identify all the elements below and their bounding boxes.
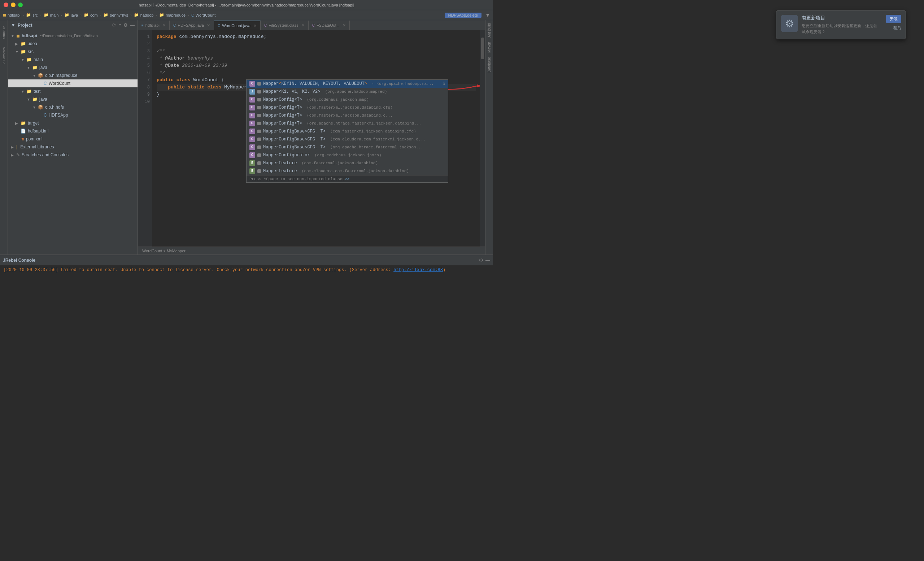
hdfsapp-delete-btn[interactable]: HDFSApp.delete: [445, 13, 482, 18]
nav-java[interactable]: java: [71, 13, 78, 17]
ac-badge-c-4: C: [249, 105, 255, 111]
tree-item-pom[interactable]: m pom.xml: [8, 135, 138, 143]
nav-mapreduce[interactable]: mapreduce: [166, 13, 186, 17]
editor-tabs: ≡ hdfs-api ✕ C HDFSApp.java ✕ C WordCoun…: [138, 20, 485, 30]
console-error-link[interactable]: http://ilxqx.com:88: [393, 267, 443, 273]
traffic-lights: [4, 3, 23, 7]
ac-item-mapperconfigbase-2[interactable]: C MapperConfigBase<CFG, T> (com.cloudera…: [246, 135, 448, 143]
console-header: JRebel Console ⚙ —: [0, 255, 493, 266]
ac-item-mapperconfig-1[interactable]: C MapperConfig<T> (org.codehaus.jackson.…: [246, 96, 448, 104]
tree-item-scratches[interactable]: ▶ ✎ Scratches and Consoles: [8, 151, 138, 159]
editor-area: ≡ hdfs-api ✕ C HDFSApp.java ✕ C WordCoun…: [138, 20, 485, 255]
tree-item-cbh-hdfs[interactable]: ▼ 📦 c.b.h.hdfs: [8, 103, 138, 111]
ac-item-mapperconfigbase-1[interactable]: C MapperConfigBase<CFG, T> (com.fasterxm…: [246, 128, 448, 135]
tree-item-src[interactable]: ▼ 📁 src: [8, 48, 138, 56]
svg-marker-0: [477, 84, 480, 87]
nav-bennyrhys-folder-icon: 📁: [103, 13, 108, 17]
ac-item-mapperconfig-2[interactable]: C MapperConfig<T> (com.fasterxml.jackson…: [246, 104, 448, 111]
nav-com[interactable]: com: [90, 13, 98, 17]
window-title: hdfsapi [~/Documents/Idea_Demo/hdfsapi] …: [139, 3, 354, 7]
tree-item-hdfsapi[interactable]: ▼ ◼ hdfsapi ~/Documents/Idea_Demo/hdfsap: [8, 32, 138, 40]
nav-dropdown-icon[interactable]: ▼: [485, 12, 490, 18]
project-panel-header: ▼ Project ⟳ ≡ ⚙ —: [8, 20, 138, 30]
code-content[interactable]: package com.bennyrhys.hadoop.mapreduce; …: [152, 30, 480, 247]
ac-item-mapper-selected[interactable]: C Mapper<KEYIN, VALUEIN, KEYOUT, VALUEOU…: [246, 80, 448, 88]
ac-item-text-7: MapperConfigBase<CFG, T> (com.fasterxml.…: [263, 128, 445, 135]
collapse-icon[interactable]: ≡: [118, 22, 121, 28]
tab-hdfsapp[interactable]: C HDFSApp.java ✕: [170, 21, 214, 30]
console-minimize-icon[interactable]: —: [486, 257, 490, 263]
tree-item-java-main[interactable]: ▼ 📁 java: [8, 63, 138, 72]
tree-item-test[interactable]: ▼ 📁 test: [8, 87, 138, 95]
nav-hdfsapi[interactable]: hdfsapi: [8, 13, 20, 17]
main-layout: Structure 2: Favorites ▼ Project ⟳ ≡ ⚙ —…: [0, 20, 493, 255]
tab-hdfs-api[interactable]: ≡ hdfs-api ✕: [138, 21, 170, 30]
breadcrumb-bottom: WordCount > MyMapper: [138, 247, 485, 255]
ac-item-text-1: Mapper<KEYIN, VALUEIN, KEYOUT, VALUEOUT>…: [263, 80, 440, 87]
tree-item-main[interactable]: ▼ 📁 main: [8, 56, 138, 63]
ac-footer-link[interactable]: >>: [345, 176, 350, 183]
ac-item-mapperfeature-1[interactable]: E MapperFeature (com.fasterxml.jackson.d…: [246, 159, 448, 167]
project-dropdown-icon[interactable]: ▼: [11, 22, 15, 28]
ac-item-text-8: MapperConfigBase<CFG, T> (com.cloudera.c…: [263, 136, 445, 143]
nav-wordcount-icon: C: [191, 13, 194, 17]
structure-icon[interactable]: Structure: [1, 22, 7, 44]
ac-item-mapperfeature-2[interactable]: E MapperFeature (com.cloudera.com.faster…: [246, 167, 448, 175]
ac-item-mapperconfigbase-3[interactable]: C MapperConfigBase<CFG, T> (org.apache.h…: [246, 143, 448, 151]
database-icon[interactable]: Database: [486, 56, 492, 74]
tree-item-idea[interactable]: ▶ 📁 .idea: [8, 40, 138, 48]
tab-fsdataout-close[interactable]: ✕: [342, 23, 346, 28]
nav-bennyrhys[interactable]: bennyrhys: [110, 13, 128, 17]
project-tree: ▼ ◼ hdfsapi ~/Documents/Idea_Demo/hdfsap…: [8, 30, 138, 255]
tab-wordcount[interactable]: C WordCount.java ✕: [214, 21, 261, 30]
tab-fsdataout[interactable]: C FSDataOut... ✕: [309, 21, 350, 30]
tree-item-hdfsapp[interactable]: C HDFSApp: [8, 111, 138, 119]
tree-item-iml[interactable]: 📄 hdfsapi.iml: [8, 127, 138, 135]
tab-filesystem-close[interactable]: ✕: [302, 23, 304, 28]
tree-item-target[interactable]: ▶ 📁 target: [8, 119, 138, 127]
ac-item-info-icon-1: ℹ: [443, 80, 445, 87]
ac-footer: Press ^Space to see non-imported classes…: [246, 175, 448, 182]
navbar: ◼ hdfsapi › 📁 src › 📁 main › 📁 java › 📁 …: [0, 10, 493, 20]
maximize-button[interactable]: [18, 3, 23, 7]
titlebar: hdfsapi [~/Documents/Idea_Demo/hdfsapi] …: [0, 0, 493, 10]
nav-hadoop[interactable]: hadoop: [140, 13, 154, 17]
ac-badge-e-1: E: [249, 160, 255, 166]
nav-src-folder-icon: 📁: [26, 13, 31, 17]
minimize-button[interactable]: [11, 3, 15, 7]
tab-hdfs-api-close[interactable]: ✕: [162, 23, 166, 28]
tree-item-wordcount[interactable]: C WordCount: [8, 80, 138, 87]
ac-item-icon-4: [257, 106, 261, 110]
sync-icon[interactable]: ⟳: [112, 22, 116, 28]
tree-item-external-libs[interactable]: ▶ || External Libraries: [8, 143, 138, 151]
close-button[interactable]: [4, 3, 8, 7]
right-sidebar-icons: Ant Build Maven Database: [485, 20, 493, 255]
console-settings-icon[interactable]: ⚙: [479, 257, 483, 263]
tab-hdfsapp-close[interactable]: ✕: [207, 23, 210, 28]
ac-item-icon-10: [257, 153, 261, 157]
ac-item-mapperconfigurator[interactable]: C MapperConfigurator (org.codehaus.jacks…: [246, 151, 448, 159]
ac-item-mapperconfig-3[interactable]: C MapperConfig<T> (com.fasterxml.jackson…: [246, 111, 448, 120]
maven-icon[interactable]: Maven: [486, 40, 492, 54]
console-area: JRebel Console ⚙ — [2020-10-09 23:37:56]…: [0, 255, 493, 280]
tree-item-cbh-mapreduce[interactable]: ▼ 📦 c.b.h.mapreduce: [8, 72, 138, 80]
ant-build-icon[interactable]: Ant Build: [486, 22, 492, 39]
minimize-panel-icon[interactable]: —: [130, 22, 135, 28]
nav-main[interactable]: main: [50, 13, 59, 17]
nav-src[interactable]: src: [33, 13, 38, 17]
settings-gear-icon[interactable]: ⚙: [123, 22, 128, 28]
ac-item-text-12: MapperFeature (com.cloudera.com.fasterxm…: [263, 168, 445, 175]
tab-wordcount-close[interactable]: ✕: [254, 24, 256, 28]
ac-badge-c-7: C: [249, 129, 255, 134]
tab-filesystem[interactable]: C FileSystem.class ✕: [261, 21, 309, 30]
ac-item-mapper-i[interactable]: I Mapper<K1, V1, K2, V2> (org.apache.had…: [246, 88, 448, 96]
console-error-text: [2020-10-09 23:37:56] Failed to obtain s…: [4, 267, 393, 273]
code-editor[interactable]: 1 2 3 4 5 6 7 8 9 10 package com.bennyrh…: [138, 30, 485, 247]
autocomplete-popup: C Mapper<KEYIN, VALUEIN, KEYOUT, VALUEOU…: [246, 80, 448, 183]
favorites-icon[interactable]: 2: Favorites: [1, 45, 7, 66]
editor-scrollbar[interactable]: [480, 30, 485, 247]
line-numbers: 1 2 3 4 5 6 7 8 9 10: [138, 30, 152, 247]
nav-wordcount[interactable]: WordCount: [196, 13, 216, 17]
ac-item-mapperconfig-4[interactable]: C MapperConfig<T> (org.apache.htrace.fas…: [246, 120, 448, 128]
tree-item-java-test[interactable]: ▼ 📁 java: [8, 95, 138, 103]
